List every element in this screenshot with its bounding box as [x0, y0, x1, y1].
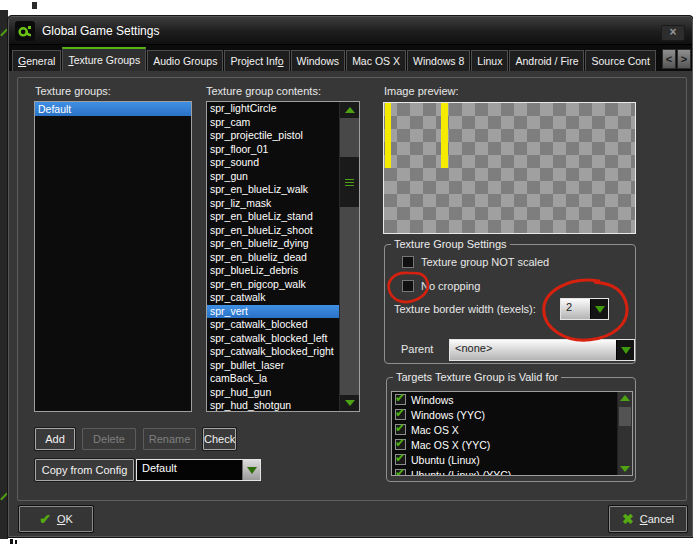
image-preview: [383, 102, 636, 234]
arrow-up-icon[interactable]: [620, 395, 630, 401]
background-artifact: [10, 539, 13, 544]
content-item[interactable]: spr_floor_01: [207, 143, 339, 157]
action-button[interactable]: Check: [203, 428, 236, 450]
border-width-label: Texture border width (texels):: [394, 303, 536, 315]
ok-button[interactable]: ✔ OK: [19, 506, 93, 532]
target-item[interactable]: Mac OS X: [392, 422, 617, 437]
content-item[interactable]: spr_liz_mask: [207, 197, 339, 211]
checkbox[interactable]: [402, 280, 414, 292]
target-item[interactable]: Mac OS X (YYC): [392, 437, 617, 452]
tab-scroll-left-button[interactable]: <: [662, 49, 676, 69]
contents-scrollbar[interactable]: [339, 102, 359, 411]
copy-from-config-button[interactable]: Copy from Config: [35, 459, 134, 481]
image-preview-label: Image preview:: [384, 85, 459, 97]
parent-combo[interactable]: <none>: [449, 339, 635, 361]
content-item[interactable]: spr_en_blueLiz_stand: [207, 210, 339, 224]
titlebar: Global Game Settings ×: [9, 17, 692, 45]
grip-icon: [345, 179, 354, 186]
background-app-strip: [0, 10, 8, 539]
target-checkbox[interactable]: [395, 409, 406, 420]
content-item[interactable]: spr_hud_gun: [207, 386, 339, 400]
scroll-up-button[interactable]: [340, 102, 359, 118]
action-button[interactable]: Delete: [82, 428, 136, 450]
content-item[interactable]: spr_sound: [207, 156, 339, 170]
parent-value: <none>: [450, 340, 616, 360]
content-item[interactable]: spr_gun: [207, 170, 339, 184]
content-item[interactable]: spr_en_pigcop_walk: [207, 278, 339, 292]
texture-groups-label: Texture groups:: [35, 85, 111, 97]
content-item[interactable]: spr_projectile_pistol: [207, 129, 339, 143]
texture-groups-list[interactable]: Default: [34, 101, 192, 412]
checkbox-row[interactable]: No cropping: [402, 280, 480, 292]
tab[interactable]: Linux: [471, 50, 508, 71]
tab[interactable]: Audio Groups: [147, 50, 223, 71]
dropdown-arrow-icon[interactable]: [616, 340, 634, 360]
content-item[interactable]: spr_catwalk_blocked_right: [207, 345, 339, 359]
content-item[interactable]: camBack_la: [207, 372, 339, 386]
content-item[interactable]: spr_bullet_laser: [207, 359, 339, 373]
texture-group-contents-list[interactable]: spr_lightCircle spr_cam spr_projectile_p…: [206, 101, 360, 412]
global-game-settings-dialog: Global Game Settings × General Texture G…: [8, 16, 693, 537]
tab[interactable]: Windows: [291, 50, 346, 71]
content-item[interactable]: spr_en_blueLiz_walk: [207, 183, 339, 197]
action-button[interactable]: Rename: [143, 428, 196, 450]
arrow-down-icon[interactable]: [620, 466, 630, 472]
tab[interactable]: Source Cont: [585, 50, 655, 71]
checkbox[interactable]: [402, 256, 414, 268]
targets-title: Targets Texture Group is Valid for: [393, 371, 561, 383]
config-combo-value: Default: [137, 460, 242, 480]
content-item[interactable]: spr_catwalk_blocked_left: [207, 332, 339, 346]
dropdown-arrow-icon[interactable]: [242, 460, 260, 480]
targets-checklist[interactable]: Windows Windows (YYC) Mac OS X M: [391, 391, 633, 476]
scrollbar-thumb[interactable]: [619, 407, 631, 426]
gamemaker-logo-icon: [15, 21, 35, 41]
parent-label: Parent: [401, 343, 433, 355]
content-item[interactable]: spr_catwalk: [207, 291, 339, 305]
preview-sprite-bar: [441, 103, 448, 168]
target-item[interactable]: Ubuntu (Linux) (YYC): [392, 467, 617, 476]
content-item[interactable]: spr_en_blueLiz_shoot: [207, 224, 339, 238]
close-button[interactable]: ×: [661, 25, 685, 41]
target-checkbox[interactable]: [395, 394, 406, 405]
content-item[interactable]: spr_blueLiz_debris: [207, 264, 339, 278]
target-checkbox[interactable]: [395, 454, 406, 465]
texture-group-item[interactable]: Default: [35, 102, 191, 116]
border-width-combo[interactable]: 2: [560, 298, 609, 320]
targets-scrollbar[interactable]: [617, 392, 632, 475]
target-checkbox[interactable]: [395, 469, 406, 476]
target-item[interactable]: Ubuntu (Linux): [392, 452, 617, 467]
tab[interactable]: General: [12, 50, 61, 71]
cancel-button[interactable]: ✖ Cancel: [609, 506, 687, 532]
content-item[interactable]: spr_vert: [207, 305, 339, 319]
contents-items: spr_lightCircle spr_cam spr_projectile_p…: [207, 102, 339, 412]
group-action-buttons: Add Delete Rename Check: [35, 428, 236, 450]
content-item[interactable]: spr_cam: [207, 116, 339, 130]
tab[interactable]: Android / Fire: [509, 50, 584, 71]
content-item[interactable]: spr_hud_shotgun: [207, 399, 339, 412]
content-item[interactable]: spr_en_blueliz_dying: [207, 237, 339, 251]
checkbox-row[interactable]: Texture group NOT scaled: [402, 256, 549, 268]
target-checkbox[interactable]: [395, 439, 406, 450]
targets-items: Windows Windows (YYC) Mac OS X M: [392, 392, 617, 476]
scroll-down-button[interactable]: [340, 395, 359, 411]
content-item[interactable]: spr_en_blueliz_dead: [207, 251, 339, 265]
background-artifact: [32, 2, 37, 9]
target-item[interactable]: Windows (YYC): [392, 407, 617, 422]
config-combo[interactable]: Default: [136, 459, 261, 481]
action-button[interactable]: Add: [35, 428, 75, 450]
arrow-down-icon: [345, 400, 355, 406]
content-item[interactable]: spr_catwalk_blocked: [207, 318, 339, 332]
content-item[interactable]: spr_lightCircle: [207, 102, 339, 116]
border-width-value: 2: [561, 299, 590, 319]
tab[interactable]: Windows 8: [407, 50, 470, 71]
tab[interactable]: Texture Groups: [62, 47, 146, 71]
target-item[interactable]: Windows: [392, 392, 617, 407]
target-checkbox[interactable]: [395, 424, 406, 435]
tab[interactable]: Mac OS X: [346, 50, 406, 71]
tab[interactable]: Project Info: [224, 50, 289, 71]
tab-scroll-buttons: < >: [661, 49, 691, 69]
scrollbar-thumb[interactable]: [340, 157, 359, 207]
tab-scroll-right-button[interactable]: >: [677, 49, 691, 69]
dropdown-arrow-icon[interactable]: [590, 299, 608, 319]
window-title: Global Game Settings: [42, 24, 159, 38]
